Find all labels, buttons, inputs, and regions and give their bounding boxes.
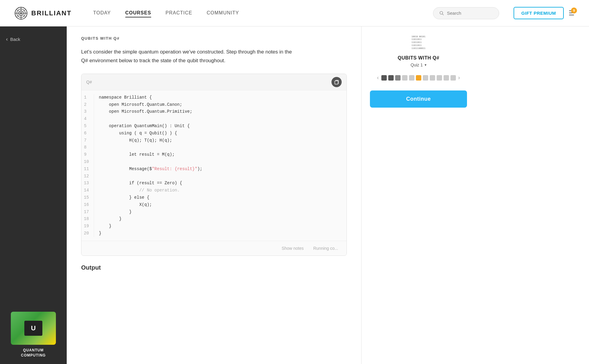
page-wrapper: BRILLIANT TODAY COURSES PRACTICE COMMUNI… [0, 0, 589, 364]
search-input[interactable] [447, 11, 493, 16]
code-editor: Q# 12345 678910 1112131415 1617181920 [81, 74, 347, 256]
svg-line-8 [442, 14, 444, 15]
svg-rect-9 [335, 81, 338, 84]
progress-next-button[interactable]: › [457, 73, 461, 82]
notification-badge: 9 [571, 8, 577, 14]
progress-dot-5 [409, 75, 414, 81]
nav-community[interactable]: COMMUNITY [207, 9, 239, 17]
progress-dot-11 [450, 75, 456, 81]
code-editor-header: Q# [81, 74, 346, 90]
sidebar: ‹ Back QUANTUM COMPUTING [0, 26, 67, 364]
back-label: Back [10, 37, 20, 42]
progress-dot-10 [444, 75, 449, 81]
output-section: Output [81, 264, 347, 271]
copy-button[interactable] [331, 77, 342, 87]
progress-dot-3 [395, 75, 401, 81]
right-panel-course-title: QUBITS WITH Q# [398, 55, 439, 61]
course-chip [24, 321, 42, 336]
lesson-description: Let's consider the simple quantum operat… [81, 48, 310, 65]
progress-dot-9 [437, 75, 442, 81]
progress-dot-8 [430, 75, 435, 81]
logo-area: BRILLIANT [14, 7, 72, 20]
progress-prev-button[interactable]: ‹ [376, 73, 380, 82]
menu-button[interactable]: ☰ 9 [569, 9, 575, 17]
code-body: 12345 678910 1112131415 1617181920 names… [81, 90, 346, 241]
right-panel: 10010 00101 11011011 11011011 11011011 1… [361, 26, 475, 364]
main-layout: ‹ Back QUANTUM COMPUTING QUBITS WITH Q# … [0, 26, 589, 364]
nav-courses[interactable]: COURSES [125, 9, 151, 17]
copy-icon [334, 79, 339, 85]
progress-dots [381, 75, 456, 81]
back-button[interactable]: ‹ Back [0, 32, 67, 46]
search-bar[interactable] [433, 7, 499, 19]
search-icon [439, 11, 444, 16]
description-line2: Q# environment below to track the state … [81, 58, 225, 63]
progress-dot-6 [416, 75, 421, 81]
navbar-actions: GIFT PREMIUM ☰ 9 [514, 7, 575, 19]
sidebar-course-thumb[interactable]: QUANTUM COMPUTING [5, 306, 62, 364]
lesson-title: QUBITS WITH Q# [81, 36, 347, 41]
right-panel-thumbnail: 10010 00101 11011011 11011011 11011011 1… [404, 34, 434, 52]
show-notes-button[interactable]: Show notes [279, 245, 306, 252]
progress-dot-7 [423, 75, 428, 81]
code-footer: Show notes Running co... [81, 241, 346, 255]
course-thumb-image [11, 312, 56, 345]
quiz-chevron-icon: ▾ [425, 63, 426, 67]
navbar: BRILLIANT TODAY COURSES PRACTICE COMMUNI… [0, 0, 589, 26]
content-area: QUBITS WITH Q# Let's consider the simple… [67, 26, 361, 364]
quiz-label: Quiz 1 [410, 63, 423, 67]
line-numbers: 12345 678910 1112131415 1617181920 [81, 94, 94, 237]
nav-today[interactable]: TODAY [93, 9, 111, 17]
continue-button[interactable]: Continue [370, 90, 467, 108]
code-content: namespace Brilliant { open Microsoft.Qua… [99, 94, 346, 237]
progress-dot-1 [381, 75, 387, 81]
progress-dot-4 [402, 75, 407, 81]
gift-premium-button[interactable]: GIFT PREMIUM [514, 7, 564, 19]
progress-dot-2 [388, 75, 394, 81]
logo-icon [14, 7, 28, 20]
progress-row: ‹ › [370, 73, 467, 82]
running-code-button[interactable]: Running co... [311, 245, 341, 252]
quiz-selector[interactable]: Quiz 1 ▾ [410, 63, 426, 67]
output-label: Output [81, 264, 347, 271]
code-lang-label: Q# [86, 80, 92, 84]
thumb-text: 10010 00101 11011011 11011011 11011011 1… [411, 35, 425, 50]
nav-links: TODAY COURSES PRACTICE COMMUNITY [93, 9, 419, 17]
back-arrow-icon: ‹ [6, 36, 8, 42]
description-line1: Let's consider the simple quantum operat… [81, 49, 292, 55]
course-thumb-label: QUANTUM COMPUTING [11, 348, 56, 358]
nav-practice[interactable]: PRACTICE [166, 9, 192, 17]
logo-text: BRILLIANT [31, 9, 72, 17]
